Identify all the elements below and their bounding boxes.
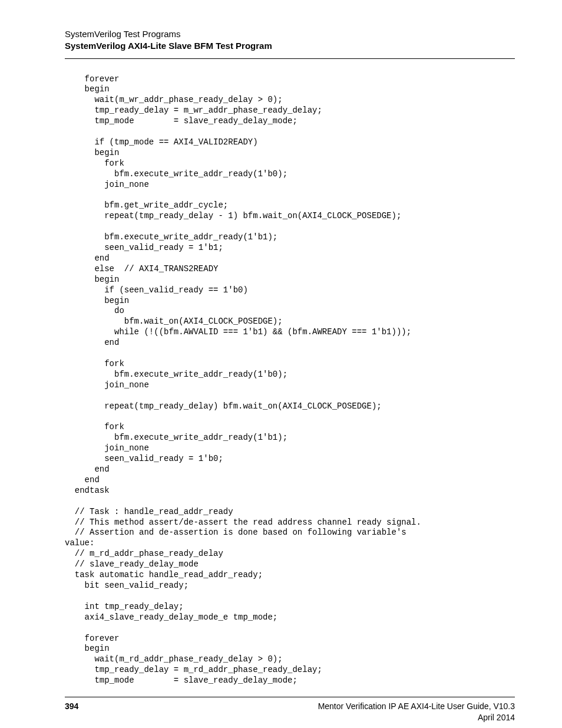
- footer-rule: [65, 697, 515, 697]
- page: SystemVerilog Test Programs SystemVerilo…: [0, 0, 562, 728]
- page-footer: 394 Mentor Verification IP AE AXI4-Lite …: [65, 701, 515, 723]
- footer-right: Mentor Verification IP AE AXI4-Lite User…: [318, 701, 515, 723]
- header-line-1: SystemVerilog Test Programs: [65, 28, 515, 40]
- footer-title: Mentor Verification IP AE AXI4-Lite User…: [318, 701, 515, 712]
- page-header: SystemVerilog Test Programs SystemVerilo…: [65, 28, 515, 52]
- code-block: forever begin wait(m_wr_addr_phase_ready…: [65, 74, 515, 687]
- footer-date: April 2014: [318, 712, 515, 723]
- header-line-2: SystemVerilog AXI4-Lite Slave BFM Test P…: [65, 40, 515, 52]
- page-number: 394: [65, 701, 78, 712]
- header-rule: [65, 58, 515, 59]
